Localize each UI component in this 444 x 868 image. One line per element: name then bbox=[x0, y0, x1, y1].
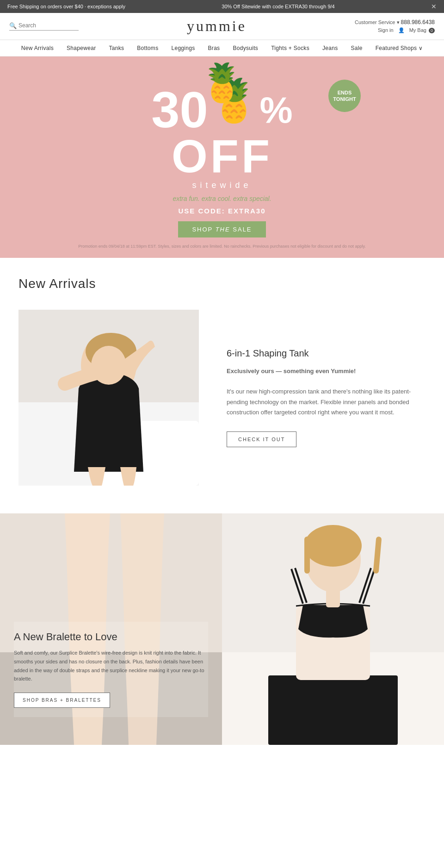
site-header: 🔍 yummie Customer Service ▾ 888.986.6438… bbox=[0, 13, 444, 40]
hero-banner: 🍍 ENDS TONIGHT 30 🍍 % OFF sitewide extra… bbox=[0, 56, 444, 258]
search-bar[interactable]: 🔍 bbox=[9, 22, 79, 31]
search-input[interactable] bbox=[18, 22, 79, 29]
close-icon[interactable]: ✕ bbox=[431, 3, 437, 10]
search-icon: 🔍 bbox=[9, 22, 17, 29]
nav-featured-shops[interactable]: Featured Shops ∨ bbox=[369, 40, 430, 56]
nav-jeans[interactable]: Jeans bbox=[316, 40, 345, 56]
nav-tanks[interactable]: Tanks bbox=[102, 40, 130, 56]
product-info: 6-in-1 Shaping Tank Exclusively ours — s… bbox=[227, 348, 426, 447]
promo-right-panel bbox=[222, 513, 444, 745]
hero-tagline: extra fun. extra cool. extra special. bbox=[9, 195, 435, 202]
header-right: Customer Service ▾ 888.986.6438 Sign in … bbox=[355, 19, 435, 33]
new-arrivals-title: New Arrivals bbox=[0, 258, 444, 300]
main-nav: New Arrivals Shapewear Tanks Bottoms Leg… bbox=[0, 40, 444, 56]
hero-off-text: OFF bbox=[9, 135, 435, 177]
hero-code: USE CODE: EXTRA30 bbox=[9, 207, 435, 215]
bag-count-badge: 0 bbox=[429, 28, 435, 33]
nav-bras[interactable]: Bras bbox=[202, 40, 227, 56]
hero-sitewide: sitewide bbox=[9, 181, 435, 190]
promo-row: A New Bralette to Love Soft and comfy, o… bbox=[0, 513, 444, 745]
nav-shapewear[interactable]: Shapewear bbox=[60, 40, 102, 56]
product-image bbox=[18, 310, 199, 486]
announcement-left: Free Shipping on orders over $40 · excep… bbox=[7, 4, 125, 9]
svg-rect-11 bbox=[268, 675, 398, 745]
announcement-bar: Free Shipping on orders over $40 · excep… bbox=[0, 0, 444, 13]
nav-tights-socks[interactable]: Tights + Socks bbox=[265, 40, 316, 56]
nav-leggings[interactable]: Leggings bbox=[165, 40, 201, 56]
promo-left-content: A New Bralette to Love Soft and comfy, o… bbox=[14, 622, 208, 717]
pineapple-icon: 🍍 bbox=[199, 61, 245, 105]
customer-service-label[interactable]: Customer Service ▾ 888.986.6438 bbox=[355, 19, 435, 25]
product-name: 6-in-1 Shaping Tank bbox=[227, 348, 426, 359]
shop-bras-button[interactable]: SHOP BRAS + BRALETTES bbox=[14, 693, 110, 708]
nav-sale[interactable]: Sale bbox=[344, 40, 369, 56]
hero-percent: % bbox=[260, 89, 293, 131]
announcement-right: 30% Off Sitewide with code EXTRA30 throu… bbox=[222, 4, 334, 9]
sign-in-link[interactable]: Sign in bbox=[378, 27, 394, 33]
site-logo[interactable]: yummie bbox=[79, 18, 355, 35]
svg-point-18 bbox=[304, 525, 362, 567]
nav-new-arrivals[interactable]: New Arrivals bbox=[15, 40, 60, 56]
svg-point-5 bbox=[91, 346, 126, 385]
promo-title: A New Bralette to Love bbox=[14, 631, 208, 643]
svg-rect-21 bbox=[326, 587, 340, 607]
nav-bottoms[interactable]: Bottoms bbox=[130, 40, 165, 56]
promo-left-panel: A New Bralette to Love Soft and comfy, o… bbox=[0, 513, 222, 745]
check-it-out-button[interactable]: CHECK IT OUT bbox=[227, 431, 296, 447]
svg-rect-19 bbox=[304, 537, 310, 574]
hero-disclaimer: Promotion ends 09/04/18 at 11:59pm EST. … bbox=[9, 244, 435, 249]
shop-sale-button[interactable]: SHOP the SALE bbox=[178, 221, 265, 237]
nav-bodysuits[interactable]: Bodysuits bbox=[226, 40, 265, 56]
promo-description: Soft and comfy, our Surplice Bralette's … bbox=[14, 649, 208, 683]
product-feature: 6-in-1 Shaping Tank Exclusively ours — s… bbox=[0, 300, 444, 513]
hero-text: 30 🍍 % OFF sitewide extra fun. extra coo… bbox=[9, 84, 435, 249]
product-subtitle: Exclusively ours — something even Yummie… bbox=[227, 366, 426, 417]
person-icon: 👤 bbox=[398, 27, 405, 33]
my-bag-link[interactable]: My Bag 0 bbox=[409, 27, 435, 33]
